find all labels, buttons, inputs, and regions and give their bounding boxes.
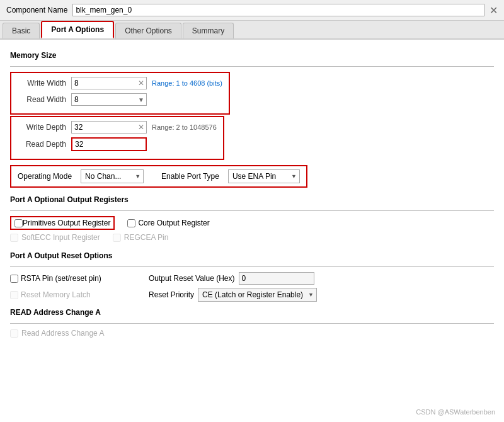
output-reset-value-wrapper: Output Reset Value (Hex) — [149, 272, 314, 285]
read-width-label: Read Width — [18, 95, 71, 104]
output-reset-value-label: Output Reset Value (Hex) — [149, 274, 235, 283]
output-reset-value-input[interactable] — [239, 272, 314, 285]
component-name-bar: Component Name ✕ — [0, 0, 504, 21]
write-depth-hint: Range: 2 to 1048576 — [152, 123, 217, 131]
reset-priority-select[interactable]: CE (Latch or Register Enable) S (Set/Res… — [198, 288, 317, 302]
read-address-change-title: READ Address Change A — [10, 308, 494, 317]
rsta-pin-label: RSTA Pin (set/reset pin) — [21, 274, 101, 283]
read-depth-row: Read Depth — [18, 137, 217, 151]
write-depth-row: Write Depth ✕ Range: 2 to 1048576 — [18, 121, 217, 134]
regcea-row: REGCEA Pin — [113, 233, 169, 242]
core-output-register-wrapper: Core Output Register — [127, 219, 209, 227]
enable-port-select-wrapper: Use ENA Pin Always Enabled — [228, 169, 300, 183]
main-container: Component Name ✕ Basic Port A Options Ot… — [0, 0, 504, 422]
operating-mode-select[interactable]: No Chan... Write First Read First — [81, 169, 144, 183]
softECC-label: SoftECC Input Register — [21, 233, 100, 242]
softECC-checkbox — [10, 234, 18, 242]
reset-memory-latch-wrapper: Reset Memory Latch — [10, 290, 136, 299]
read-address-change-row: Read Address Change A — [10, 329, 494, 338]
reset-memory-latch-checkbox — [10, 291, 18, 299]
regcea-checkbox — [113, 234, 121, 242]
primitives-output-register-label: Primitives Output Register — [23, 219, 110, 227]
primitives-output-register-checkbox[interactable] — [14, 219, 23, 227]
write-depth-input-wrapper: ✕ — [71, 121, 147, 134]
close-button[interactable]: ✕ — [490, 4, 498, 16]
tab-port-a-options[interactable]: Port A Options — [41, 21, 114, 38]
rsta-pin-wrapper: RSTA Pin (set/reset pin) — [10, 274, 136, 283]
reset-memory-latch-label: Reset Memory Latch — [21, 290, 91, 299]
read-width-input[interactable] — [71, 93, 147, 106]
reset-priority-wrapper: Reset Priority CE (Latch or Register Ena… — [149, 288, 317, 302]
enable-port-type-select[interactable]: Use ENA Pin Always Enabled — [228, 169, 300, 183]
write-width-input[interactable] — [71, 77, 147, 89]
core-output-register-checkbox[interactable] — [127, 219, 135, 227]
read-depth-input[interactable] — [71, 137, 147, 151]
tab-summary[interactable]: Summary — [183, 23, 234, 38]
read-width-row: Read Width ▼ — [18, 93, 222, 106]
read-address-change-label: Read Address Change A — [21, 329, 104, 338]
core-output-register-label: Core Output Register — [138, 219, 209, 227]
write-width-input-wrapper: ✕ — [71, 77, 147, 89]
write-width-row: Write Width ✕ Range: 1 to 4608 (bits) — [18, 77, 222, 89]
tabs-bar: Basic Port A Options Other Options Summa… — [0, 21, 504, 40]
memory-size-title: Memory Size — [10, 51, 494, 60]
operating-mode-select-wrapper: No Chan... Write First Read First — [81, 169, 144, 183]
component-name-input[interactable] — [72, 4, 484, 16]
rsta-pin-checkbox[interactable] — [10, 275, 18, 283]
primitives-output-register-wrapper: Primitives Output Register — [10, 216, 115, 230]
write-depth-clear-icon[interactable]: ✕ — [138, 123, 144, 132]
write-depth-input[interactable] — [71, 121, 147, 134]
write-width-label: Write Width — [18, 79, 71, 88]
read-depth-label: Read Depth — [18, 140, 71, 149]
operating-mode-label: Operating Mode — [18, 172, 72, 181]
reset-priority-label: Reset Priority — [149, 290, 194, 299]
tab-basic[interactable]: Basic — [3, 23, 40, 38]
write-depth-label: Write Depth — [18, 123, 71, 132]
enable-port-type-label: Enable Port Type — [161, 172, 219, 181]
write-width-clear-icon[interactable]: ✕ — [138, 79, 144, 88]
reset-priority-select-wrapper: CE (Latch or Register Enable) S (Set/Res… — [198, 288, 317, 302]
softECC-row: SoftECC Input Register — [10, 233, 100, 242]
watermark: CSDN @ASWaterbenben — [416, 408, 495, 416]
component-name-label: Component Name — [6, 6, 67, 14]
regcea-label: REGCEA Pin — [124, 233, 169, 242]
read-address-change-checkbox — [10, 329, 18, 338]
write-width-hint: Range: 1 to 4608 (bits) — [152, 79, 222, 87]
content-area: Memory Size Write Width ✕ Range: 1 to 46… — [0, 40, 504, 422]
reset-options-title: Port A Output Reset Options — [10, 251, 494, 260]
tab-other-options[interactable]: Other Options — [115, 23, 181, 38]
output-registers-title: Port A Optional Output Registers — [10, 195, 494, 204]
read-width-input-wrapper: ▼ — [71, 93, 147, 106]
